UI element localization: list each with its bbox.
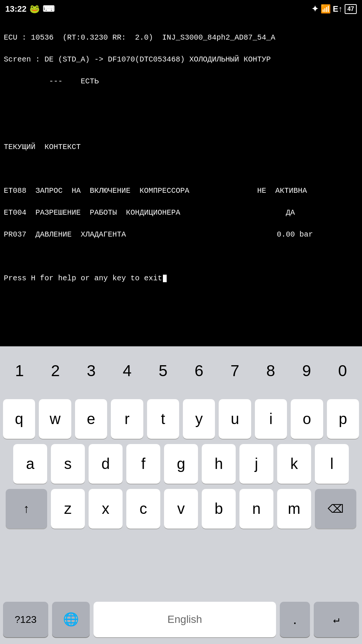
globe-key[interactable]: 🌐 — [52, 602, 90, 637]
key-v[interactable]: v — [164, 489, 198, 529]
key-a[interactable]: a — [13, 444, 47, 484]
key-n[interactable]: n — [239, 489, 273, 529]
enter-key[interactable]: ↵ — [314, 602, 359, 637]
key-e[interactable]: e — [75, 399, 107, 439]
key-z[interactable]: z — [51, 489, 85, 529]
key-b[interactable]: b — [202, 489, 236, 529]
time-display: 13:22 — [5, 4, 26, 14]
key-t[interactable]: t — [147, 399, 179, 439]
key-k[interactable]: k — [277, 444, 311, 484]
key-row-1: q w e r t y u i o p — [3, 399, 359, 439]
status-left: 13:22 🐸 ⌨ — [5, 4, 55, 14]
terminal-line-8: ET088 ЗАПРОС НА ВКЛЮЧЕНИЕ КОМПРЕССОРАНЕ … — [4, 185, 358, 196]
terminal-line-3: --- ЕСТЬ — [4, 76, 358, 87]
terminal-display: ECU : 10536 (RT:0.3230 RR: 2.0) INJ_S300… — [0, 18, 362, 346]
enter-icon: ↵ — [333, 613, 340, 626]
key-s[interactable]: s — [51, 444, 85, 484]
terminal-line-7 — [4, 163, 358, 174]
key-5[interactable]: 5 — [145, 349, 181, 393]
key-m[interactable]: m — [277, 489, 311, 529]
key-row-3: ↑ z x c v b n m ⌫ — [3, 489, 359, 529]
key-o[interactable]: o — [291, 399, 323, 439]
keyboard: 1 2 3 4 5 6 7 8 9 0 q w e r t y u i o p … — [0, 346, 362, 644]
status-right: ✦ 📶 E↑ 47 — [311, 4, 357, 14]
bottom-row: ?123 🌐 English . ↵ — [0, 599, 362, 644]
signal-icon: 📶 — [321, 4, 331, 14]
battery-icon: 47 — [345, 4, 357, 14]
terminal-line-1: ECU : 10536 (RT:0.3230 RR: 2.0) INJ_S300… — [4, 32, 358, 43]
key-j[interactable]: j — [239, 444, 273, 484]
number-row: 1 2 3 4 5 6 7 8 9 0 — [0, 346, 362, 395]
key-3[interactable]: 3 — [73, 349, 109, 393]
key-g[interactable]: g — [164, 444, 198, 484]
key-l[interactable]: l — [315, 444, 349, 484]
key-p[interactable]: p — [327, 399, 359, 439]
frog-icon: 🐸 — [29, 4, 40, 14]
key-y[interactable]: y — [183, 399, 215, 439]
key-r[interactable]: r — [111, 399, 143, 439]
network-icon: E↑ — [333, 4, 343, 14]
terminal-line-10: PR037 ДАВЛЕНИЕ ХЛАДАГЕНТА0.00 bar — [4, 229, 358, 240]
letter-rows: q w e r t y u i o p a s d f g h j k l ↑ … — [0, 395, 362, 599]
terminal-line-5 — [4, 120, 358, 131]
key-7[interactable]: 7 — [217, 349, 253, 393]
terminal-line-9: ET004 РАЗРЕШЕНИЕ РАБОТЫ КОНДИЦИОНЕРАДА — [4, 207, 358, 218]
key-0[interactable]: 0 — [325, 349, 360, 393]
globe-icon: 🌐 — [63, 612, 79, 627]
terminal-line-4 — [4, 98, 358, 109]
terminal-line-6: ТЕКУЩИЙ КОНТЕКСТ — [4, 141, 358, 152]
key-h[interactable]: h — [202, 444, 236, 484]
terminal-line-11 — [4, 251, 358, 262]
status-bar: 13:22 🐸 ⌨ ✦ 📶 E↑ 47 — [0, 0, 362, 18]
key-q[interactable]: q — [3, 399, 35, 439]
key-x[interactable]: x — [89, 489, 123, 529]
key-i[interactable]: i — [255, 399, 287, 439]
key-row-2: a s d f g h j k l — [3, 444, 359, 484]
key-u[interactable]: u — [219, 399, 251, 439]
space-key[interactable]: English — [94, 602, 276, 637]
key-d[interactable]: d — [89, 444, 123, 484]
key-9[interactable]: 9 — [289, 349, 325, 393]
backspace-key[interactable]: ⌫ — [315, 489, 356, 529]
cursor — [163, 275, 167, 282]
terminal-line-12: Press H for help or any key to exit — [4, 273, 358, 284]
key-2[interactable]: 2 — [37, 349, 73, 393]
shift-key[interactable]: ↑ — [6, 489, 47, 529]
key-6[interactable]: 6 — [181, 349, 217, 393]
key-1[interactable]: 1 — [2, 349, 37, 393]
key-c[interactable]: c — [126, 489, 160, 529]
keyboard-icon: ⌨ — [43, 4, 55, 14]
symbols-key[interactable]: ?123 — [3, 602, 48, 637]
key-w[interactable]: w — [39, 399, 71, 439]
bluetooth-icon: ✦ — [311, 4, 318, 14]
terminal-line-2: Screen : DE (STD_A) -> DF1070(DTC053468)… — [4, 54, 358, 65]
key-4[interactable]: 4 — [109, 349, 145, 393]
key-8[interactable]: 8 — [253, 349, 288, 393]
key-f[interactable]: f — [126, 444, 160, 484]
period-key[interactable]: . — [280, 602, 310, 637]
